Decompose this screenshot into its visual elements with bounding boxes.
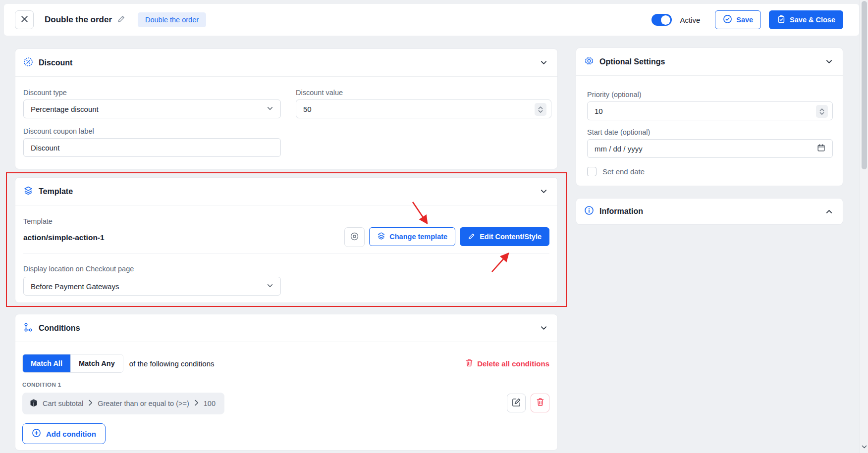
information-section: Information (576, 198, 843, 225)
layers-icon (23, 186, 33, 198)
close-button[interactable] (15, 10, 34, 29)
chevron-down-icon[interactable] (540, 324, 547, 332)
change-template-button[interactable]: Change template (369, 227, 455, 246)
information-header[interactable]: Information (576, 199, 843, 224)
number-stepper[interactable] (816, 105, 828, 118)
active-label: Active (680, 16, 700, 24)
set-end-date-checkbox[interactable] (587, 167, 597, 176)
check-circle-icon (723, 14, 732, 25)
chevron-down-icon (267, 105, 273, 113)
delete-condition-button[interactable] (531, 394, 549, 412)
gear-icon (584, 56, 594, 68)
start-date-label: Start date (optional) (587, 128, 650, 136)
priority-value: 10 (595, 107, 603, 115)
set-end-date-label: Set end date (602, 167, 645, 176)
edit-content-style-label: Edit Content/Style (480, 233, 542, 241)
match-segmented-control: Match All Match Any (22, 354, 123, 373)
discount-badge-icon (23, 57, 33, 69)
optional-settings-header[interactable]: Optional Settings (576, 48, 843, 76)
template-field-label: Template (23, 217, 53, 225)
rule-name-badge: Double the order (138, 12, 206, 27)
start-date-placeholder: mm / dd / yyyy (595, 145, 643, 153)
condition-chip[interactable]: Cart subtotal Greater than or equal to (… (22, 393, 224, 414)
following-conditions-text: of the following conditions (129, 359, 215, 368)
set-end-date-row[interactable]: Set end date (587, 167, 645, 176)
condition-operator: Greater than or equal to (>=) (98, 400, 189, 407)
pencil-square-icon (512, 398, 521, 409)
add-condition-button[interactable]: Add condition (22, 423, 106, 444)
discount-coupon-label: Discount coupon label (23, 127, 94, 135)
save-close-button[interactable]: Save & Close (769, 10, 843, 29)
trash-icon (465, 358, 473, 368)
calendar-icon[interactable] (817, 144, 825, 153)
save-label: Save (736, 16, 753, 24)
match-all-button[interactable]: Match All (23, 354, 70, 372)
layers-icon (377, 232, 385, 242)
priority-input[interactable]: 10 (587, 101, 833, 120)
discount-section: Discount Discount type Percentage discou… (15, 49, 558, 169)
discount-type-select[interactable]: Percentage discount (23, 100, 281, 118)
condition-value: 100 (204, 400, 216, 407)
template-header[interactable]: Template (15, 178, 557, 205)
save-close-label: Save & Close (790, 16, 835, 24)
scrollbar-down-arrow[interactable] (861, 443, 868, 452)
display-location-select[interactable]: Before Payment Gateways (23, 277, 281, 296)
discount-title: Discount (39, 58, 72, 67)
information-title: Information (599, 207, 643, 216)
change-template-label: Change template (389, 233, 447, 241)
display-location-label: Display location on Checkout page (23, 265, 134, 273)
top-bar: Double the order Double the order Active… (4, 4, 859, 36)
priority-label: Priority (optional) (587, 91, 642, 99)
chevron-up-icon[interactable] (825, 208, 833, 215)
info-circle-icon (584, 205, 594, 217)
template-actions: Change template Edit Content/Style (344, 227, 549, 247)
optional-settings-section: Optional Settings Priority (optional) 10… (576, 48, 843, 186)
delete-all-conditions-button[interactable]: Delete all conditions (465, 358, 549, 368)
top-bar-right: Active Save Save & Close (651, 10, 843, 29)
preview-template-button[interactable] (344, 227, 365, 247)
page-title: Double the order (45, 15, 112, 25)
template-section: Template Template action/simple-action-1… (15, 177, 558, 303)
app-window: Double the order Double the order Active… (0, 0, 868, 453)
close-icon (21, 15, 28, 25)
template-name: action/simple-action-1 (23, 233, 105, 242)
condition-subject: Cart subtotal (43, 400, 83, 407)
clipboard-check-icon (777, 15, 786, 25)
optional-settings-title: Optional Settings (599, 57, 665, 66)
chevron-right-icon (194, 400, 199, 407)
chevron-down-icon[interactable] (825, 58, 833, 65)
chevron-down-icon[interactable] (540, 188, 547, 195)
conditions-header[interactable]: Conditions (15, 314, 557, 342)
chevron-down-icon[interactable] (540, 59, 547, 66)
workflow-nodes-icon (23, 322, 33, 334)
save-button[interactable]: Save (715, 10, 761, 29)
edit-condition-button[interactable] (507, 394, 526, 412)
match-any-button[interactable]: Match Any (70, 354, 123, 372)
edit-content-style-button[interactable]: Edit Content/Style (460, 227, 549, 246)
conditions-section: Conditions Match All Match Any of the fo… (15, 314, 558, 451)
conditions-title: Conditions (39, 324, 80, 333)
discount-value-input[interactable]: 50 (296, 100, 551, 118)
trash-icon (536, 398, 544, 408)
package-icon (29, 399, 38, 409)
active-toggle[interactable] (651, 14, 672, 26)
template-title: Template (39, 187, 73, 196)
edit-title-button[interactable] (117, 14, 126, 25)
discount-coupon-input[interactable]: Discount (23, 138, 281, 157)
discount-header[interactable]: Discount (15, 49, 557, 77)
start-date-input[interactable]: mm / dd / yyyy (587, 139, 833, 158)
number-stepper[interactable] (535, 103, 546, 116)
discount-value: 50 (303, 105, 312, 113)
add-condition-label: Add condition (46, 430, 96, 438)
display-location-value: Before Payment Gateways (31, 282, 119, 291)
pencil-icon (468, 232, 476, 242)
condition-actions (507, 394, 549, 412)
scrollbar-thumb[interactable] (862, 1, 867, 169)
delete-all-conditions-label: Delete all conditions (477, 359, 549, 368)
vertical-scrollbar[interactable] (860, 0, 868, 453)
discount-type-label: Discount type (23, 89, 67, 97)
condition-index-label: CONDITION 1 (22, 382, 61, 388)
divider (23, 253, 549, 253)
chevron-right-icon (88, 400, 93, 407)
toggle-knob (661, 15, 670, 25)
